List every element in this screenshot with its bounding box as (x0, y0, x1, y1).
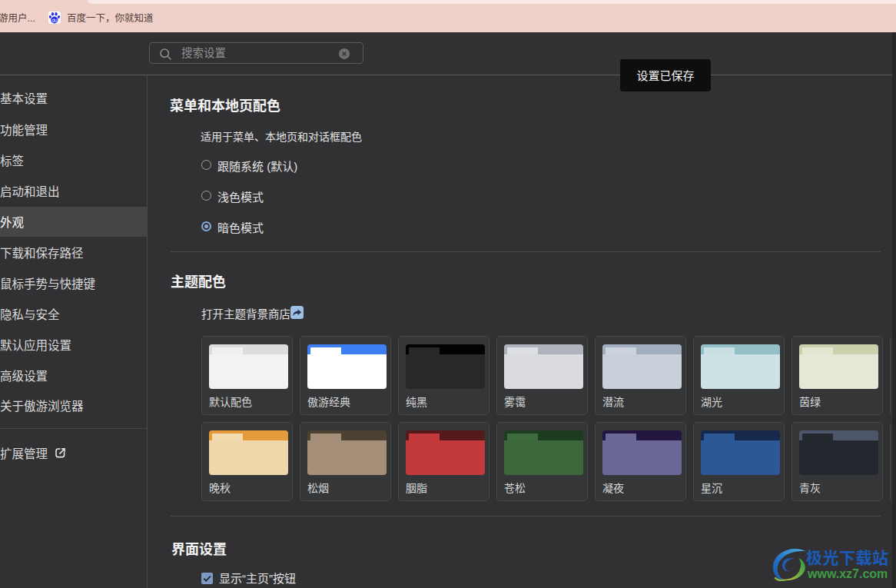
svg-text:du: du (51, 18, 58, 23)
